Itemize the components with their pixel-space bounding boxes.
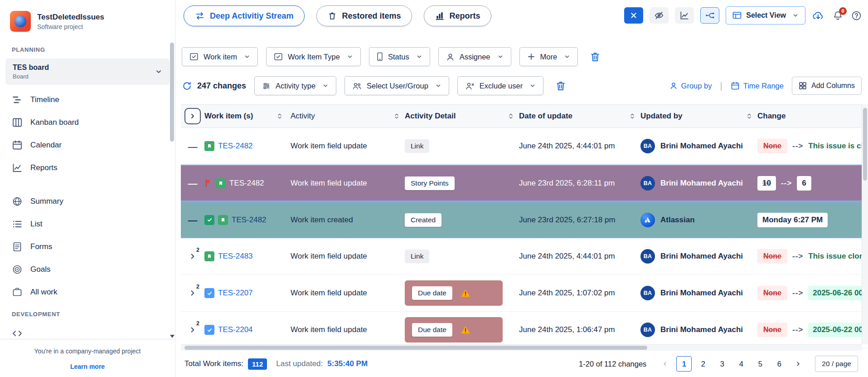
new-value-badge: 2025-06-26 00: bbox=[808, 286, 868, 300]
learn-more-link[interactable]: Learn more bbox=[70, 363, 105, 370]
table-row[interactable]: 2 TES-2483 Work item field update Link J… bbox=[181, 238, 868, 275]
page-size-select[interactable]: 20 / page bbox=[815, 356, 858, 372]
tab-restored-items[interactable]: Restored items bbox=[316, 5, 412, 26]
expand-all-button[interactable] bbox=[184, 108, 201, 124]
vertical-scrollbar-thumb[interactable] bbox=[863, 108, 867, 181]
top-toolbar: Deep Activitiy Stream Restored items Rep… bbox=[181, 0, 868, 26]
avatar: BA bbox=[640, 286, 655, 300]
scroll-down-arrow-icon[interactable] bbox=[170, 335, 175, 338]
table-row[interactable]: 2 TES-2207 Work item field update Due da… bbox=[181, 275, 868, 312]
sidebar-scrollbar-thumb[interactable] bbox=[170, 43, 174, 142]
notifications-button[interactable]: 0 bbox=[833, 10, 843, 21]
sidebar-item-forms[interactable]: Forms bbox=[0, 235, 175, 258]
tab-deep-activity-stream[interactable]: Deep Activitiy Stream bbox=[184, 5, 305, 26]
sort-icon[interactable] bbox=[393, 113, 400, 120]
clear-activity-filters-trash-icon[interactable] bbox=[555, 80, 566, 91]
collapse-icon[interactable]: — bbox=[188, 142, 198, 151]
work-item-link[interactable]: TES-2207 bbox=[218, 289, 253, 298]
filter-activity-type[interactable]: Activity type bbox=[254, 76, 336, 95]
divider: | bbox=[720, 81, 722, 91]
sidebar-item-tes-board[interactable]: TES board Board bbox=[5, 59, 170, 85]
sidebar-item-label: List bbox=[30, 220, 42, 229]
date-cell: June 24th 2025, 1:07:02 pm bbox=[519, 289, 640, 298]
close-button[interactable] bbox=[624, 7, 643, 24]
page-button[interactable]: 3 bbox=[714, 356, 730, 372]
stream-view-button[interactable] bbox=[700, 7, 719, 24]
expand-icon[interactable]: 2 bbox=[187, 286, 198, 300]
sidebar-item-label: Calendar bbox=[30, 141, 62, 150]
work-item-link[interactable]: TES-2482 bbox=[229, 179, 264, 188]
sort-icon[interactable] bbox=[746, 113, 753, 120]
chart-view-button[interactable] bbox=[675, 7, 694, 24]
next-page-button[interactable] bbox=[790, 356, 806, 372]
page-button[interactable]: 5 bbox=[752, 356, 768, 372]
sidebar-item-calendar[interactable]: Calendar bbox=[0, 134, 175, 157]
sidebar-item-list[interactable]: List bbox=[0, 213, 175, 235]
hide-columns-button[interactable] bbox=[650, 7, 669, 24]
page-button[interactable]: 6 bbox=[771, 356, 787, 372]
page-button[interactable]: 1 bbox=[676, 356, 692, 372]
trash-restore-icon bbox=[328, 11, 337, 21]
add-columns-button[interactable]: Add Columns bbox=[792, 77, 862, 95]
filter-assignee[interactable]: Assignee bbox=[438, 47, 511, 66]
expand-icon[interactable]: 2 bbox=[187, 323, 198, 337]
work-item-link[interactable]: TES-2204 bbox=[218, 325, 253, 334]
work-item-link[interactable]: TES-2482 bbox=[218, 142, 253, 151]
filter-select-user-group[interactable]: Select User/Group bbox=[344, 76, 449, 95]
activity-detail-badge: Link bbox=[405, 139, 429, 153]
sidebar-item-label: Reports bbox=[30, 163, 58, 172]
activity-cell: Work item field update bbox=[291, 142, 405, 151]
filter-status[interactable]: Status bbox=[369, 47, 430, 66]
status-icon bbox=[377, 52, 383, 61]
swap-arrows-icon bbox=[195, 11, 205, 21]
table-row-highlighted[interactable]: — TES-2482 Work item created Created Jun… bbox=[181, 201, 868, 238]
sort-icon[interactable] bbox=[629, 113, 636, 120]
sidebar-item-reports[interactable]: Reports bbox=[0, 157, 175, 179]
table-row[interactable]: 2 TES-2204 Work item field update Due da… bbox=[181, 312, 868, 348]
activity-cell: Work item field update bbox=[291, 289, 405, 298]
view-board-icon bbox=[732, 11, 742, 20]
filter-work-item-type[interactable]: Work Item Type bbox=[266, 47, 361, 66]
table-row-highlighted[interactable]: — TES-2482 Work item field update Story … bbox=[181, 165, 868, 201]
help-button[interactable] bbox=[851, 10, 862, 21]
horizontal-scrollbar-thumb[interactable] bbox=[184, 346, 647, 350]
globe-icon bbox=[12, 196, 23, 207]
cloud-download-icon[interactable] bbox=[812, 10, 824, 21]
sort-icon[interactable] bbox=[276, 113, 283, 120]
work-item-link[interactable]: TES-2482 bbox=[232, 215, 267, 225]
collapse-icon[interactable]: — bbox=[188, 178, 198, 188]
sidebar-item-kanban-board[interactable]: Kanban board bbox=[0, 111, 175, 134]
target-icon bbox=[12, 264, 23, 275]
sidebar-item-all-work[interactable]: All work bbox=[0, 281, 175, 304]
page-button[interactable]: 4 bbox=[733, 356, 749, 372]
page-button[interactable]: 2 bbox=[695, 356, 711, 372]
sidebar-scrollbar bbox=[170, 43, 174, 332]
filter-more[interactable]: More bbox=[519, 47, 578, 66]
chevron-down-icon bbox=[792, 12, 799, 19]
table-vertical-scrollbar bbox=[862, 104, 868, 344]
person-icon bbox=[446, 53, 455, 61]
list-icon bbox=[12, 219, 23, 230]
sidebar-item-development-partial[interactable] bbox=[0, 322, 175, 339]
sidebar-item-summary[interactable]: Summary bbox=[0, 190, 175, 213]
sort-icon[interactable] bbox=[507, 113, 514, 120]
avatar: BA bbox=[640, 139, 655, 153]
prev-page-button[interactable] bbox=[657, 356, 673, 372]
expand-icon[interactable]: 2 bbox=[187, 250, 198, 263]
branch-flow-icon bbox=[705, 10, 715, 20]
filter-exclude-user[interactable]: Exclude user bbox=[457, 76, 543, 95]
refresh-icon[interactable] bbox=[182, 81, 192, 91]
collapse-icon[interactable]: — bbox=[188, 215, 198, 225]
filter-work-item[interactable]: Work item bbox=[182, 47, 258, 66]
clear-filters-trash-icon[interactable] bbox=[590, 51, 601, 62]
sidebar-item-timeline[interactable]: Timeline bbox=[0, 88, 175, 111]
sidebar-item-goals[interactable]: Goals bbox=[0, 258, 175, 281]
group-by-button[interactable]: Group by bbox=[669, 82, 712, 90]
flag-icon bbox=[204, 179, 212, 187]
select-view-dropdown[interactable]: Select View bbox=[726, 6, 805, 24]
updated-by-name: Brini Mohamed Ayachi bbox=[660, 252, 743, 261]
table-row[interactable]: — TES-2482 Work item field update Link J… bbox=[181, 128, 868, 165]
work-item-link[interactable]: TES-2483 bbox=[218, 252, 253, 261]
tab-reports[interactable]: Reports bbox=[424, 5, 491, 26]
time-range-button[interactable]: Time Range bbox=[731, 81, 784, 90]
